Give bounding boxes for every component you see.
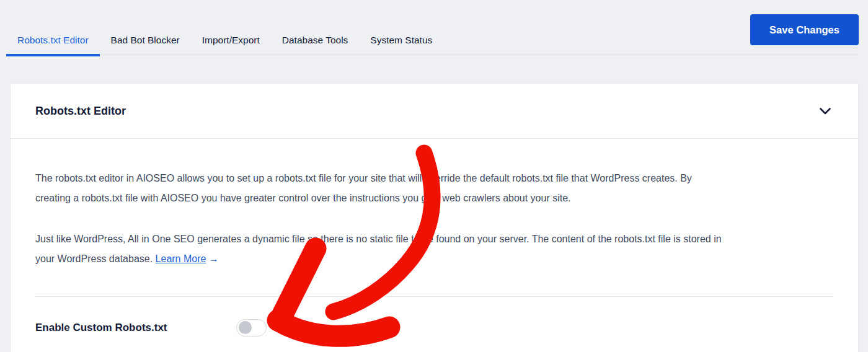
card-header: Robots.txt Editor xyxy=(11,84,858,139)
paragraph-1-line-2: creating a robots.txt file with AIOSEO y… xyxy=(35,188,833,208)
right-arrow-glyph: → xyxy=(209,253,219,264)
description-paragraph-1: The robots.txt editor in AIOSEO allows y… xyxy=(35,169,833,208)
toggle-knob xyxy=(239,321,252,334)
tab-system-status[interactable]: System Status xyxy=(359,35,443,56)
section-divider xyxy=(35,296,833,297)
save-changes-button[interactable]: Save Changes xyxy=(750,14,859,45)
paragraph-1-line-1: The robots.txt editor in AIOSEO allows y… xyxy=(35,169,833,188)
paragraph-2-line-1: Just like WordPress, All in One SEO gene… xyxy=(35,229,833,249)
card-title: Robots.txt Editor xyxy=(35,105,126,118)
paragraph-2-line-2: your WordPress database. Learn More → xyxy=(35,249,833,269)
learn-more-link[interactable]: Learn More xyxy=(156,253,206,264)
tab-list: Robots.txt Editor Bad Bot Blocker Import… xyxy=(6,35,443,56)
tab-bad-bot-blocker[interactable]: Bad Bot Blocker xyxy=(100,35,191,56)
tab-bar: Robots.txt Editor Bad Bot Blocker Import… xyxy=(0,0,868,55)
enable-custom-robots-label: Enable Custom Robots.txt xyxy=(35,322,236,334)
tab-robots-txt-editor[interactable]: Robots.txt Editor xyxy=(6,35,100,56)
robots-txt-editor-card: Robots.txt Editor The robots.txt editor … xyxy=(10,83,859,352)
chevron-down-icon[interactable] xyxy=(820,108,831,115)
tab-database-tools[interactable]: Database Tools xyxy=(271,35,360,56)
enable-custom-robots-toggle[interactable] xyxy=(236,319,267,337)
paragraph-2-line-2-text: your WordPress database. xyxy=(35,253,156,264)
description-paragraph-2: Just like WordPress, All in One SEO gene… xyxy=(35,229,833,269)
card-body: The robots.txt editor in AIOSEO allows y… xyxy=(11,139,858,337)
tab-import-export[interactable]: Import/Export xyxy=(191,35,271,56)
enable-custom-robots-row: Enable Custom Robots.txt xyxy=(35,319,833,337)
